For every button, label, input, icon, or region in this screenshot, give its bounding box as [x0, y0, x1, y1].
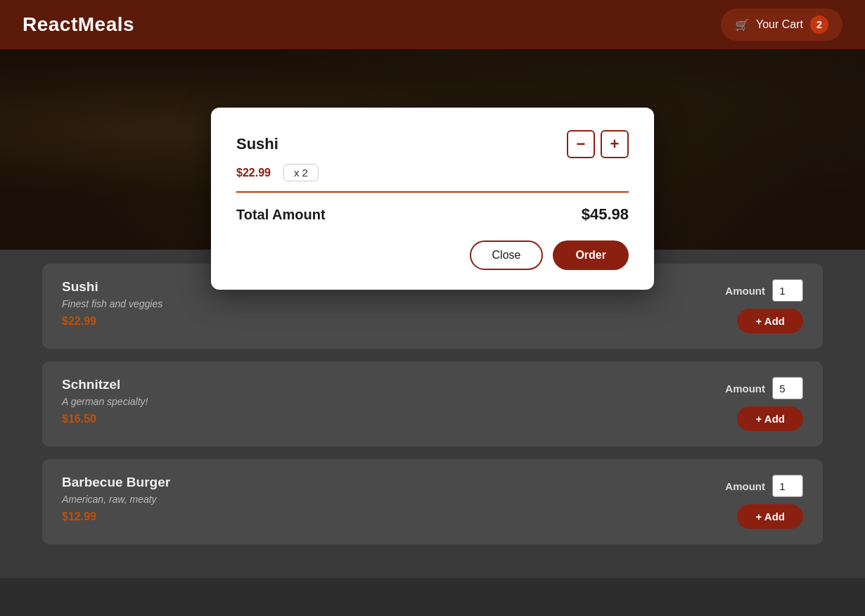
modal-item-row: Sushi − +	[236, 130, 629, 158]
amount-input[interactable]	[772, 377, 803, 399]
modal-price-row: $22.99 x 2	[236, 164, 629, 181]
cart-modal: Sushi − + $22.99 x 2 Total Amount $45.98…	[211, 108, 654, 290]
modal-total-row: Total Amount $45.98	[236, 205, 629, 224]
menu-section: Sushi Finest fish and veggies $22.99 Amo…	[0, 250, 865, 578]
menu-item-name: Schnitzel	[62, 377, 148, 392]
amount-label: Amount	[725, 383, 765, 394]
menu-item-price: $12.99	[62, 511, 170, 523]
menu-item-price: $22.99	[62, 315, 162, 328]
menu-item-desc: American, raw, meaty	[62, 494, 170, 505]
menu-item-schnitzel: Schnitzel A german specialty! $16.50 Amo…	[42, 361, 823, 447]
amount-label: Amount	[725, 480, 765, 492]
modal-quantity-controls: − +	[567, 130, 629, 158]
modal-divider	[236, 191, 629, 193]
amount-input[interactable]	[772, 475, 803, 497]
modal-overlay: Sushi − + $22.99 x 2 Total Amount $45.98…	[0, 98, 865, 299]
cart-badge: 2	[810, 15, 828, 34]
add-button-burger[interactable]: + Add	[737, 504, 803, 529]
modal-item-name: Sushi	[236, 135, 278, 153]
amount-row: Amount	[725, 475, 803, 497]
modal-total-label: Total Amount	[236, 207, 326, 223]
app-logo: ReactMeals	[23, 13, 134, 36]
close-button[interactable]: Close	[470, 240, 544, 270]
menu-item-price: $16.50	[62, 413, 148, 425]
cart-icon: 🛒	[735, 18, 749, 32]
modal-actions: Close Order	[236, 240, 629, 270]
menu-item-info: Schnitzel A german specialty! $16.50	[62, 377, 148, 425]
modal-total-value: $45.98	[582, 205, 629, 224]
menu-item-desc: A german specialty!	[62, 396, 148, 407]
modal-item-price: $22.99	[236, 167, 271, 179]
menu-item-barbecue-burger: Barbecue Burger American, raw, meaty $12…	[42, 459, 823, 544]
cart-button[interactable]: 🛒 Your Cart 2	[721, 8, 842, 41]
order-button[interactable]: Order	[553, 240, 629, 270]
cart-label: Your Cart	[756, 18, 803, 31]
hero-section: Ch... us Sushi − + $22.99 x 2	[0, 49, 865, 250]
menu-item-controls: Amount + Add	[725, 377, 803, 431]
menu-item-desc: Finest fish and veggies	[62, 298, 162, 309]
menu-item-name: Barbecue Burger	[62, 475, 170, 490]
increment-button[interactable]: +	[601, 130, 629, 158]
add-button-sushi[interactable]: + Add	[737, 309, 803, 333]
menu-item-controls: Amount + Add	[725, 475, 803, 529]
add-button-schnitzel[interactable]: + Add	[737, 406, 803, 431]
decrement-button[interactable]: −	[567, 130, 595, 158]
menu-item-info: Barbecue Burger American, raw, meaty $12…	[62, 475, 170, 523]
modal-quantity-badge: x 2	[283, 164, 319, 181]
amount-row: Amount	[725, 377, 803, 399]
header: ReactMeals 🛒 Your Cart 2	[0, 0, 865, 49]
